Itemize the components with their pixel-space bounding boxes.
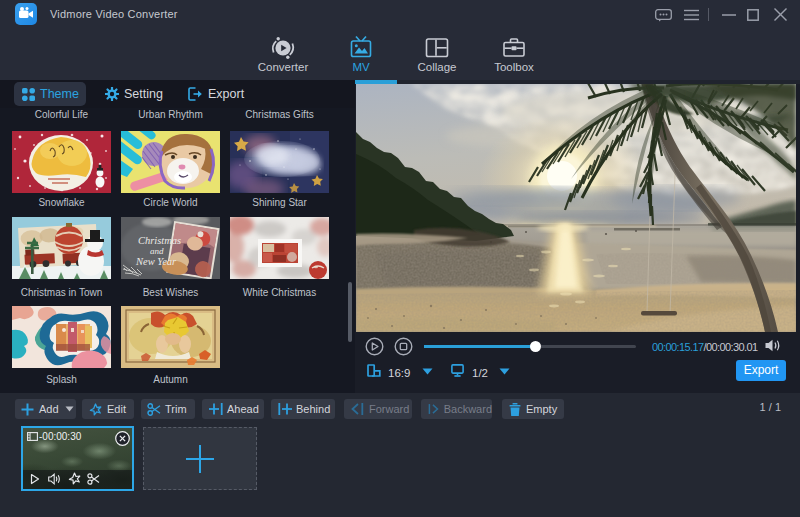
svg-text:New Year: New Year [135, 256, 177, 267]
svg-text:Christmas: Christmas [138, 235, 181, 246]
svg-text:and: and [150, 246, 164, 256]
